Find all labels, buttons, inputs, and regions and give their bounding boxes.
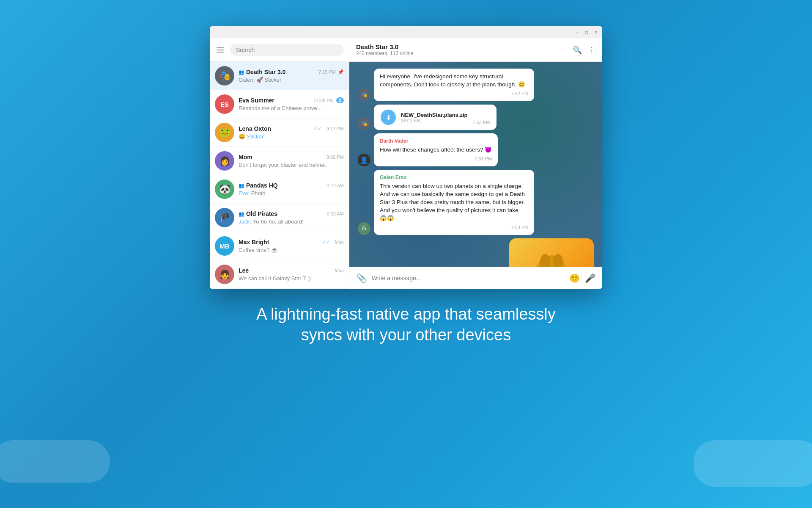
message-bubble-4: Galen Erso This version can blow up two … [374, 170, 534, 235]
chat-header-name: Death Star 3.0 [356, 43, 573, 50]
chat-info-eva-summer: Eva Summer 11:28 PM 2 Reminds me of a Ch… [239, 97, 344, 111]
app-content: 🎭 👥 Death Star 3.0 7:15 PM 📌 [210, 38, 602, 289]
menu-icon[interactable] [215, 46, 226, 54]
sidebar-header [210, 38, 349, 62]
chat-item-old-pirates[interactable]: 🏴 👥 Old Pirates 0:02 AM Jack: Yo-ho-ho, … [210, 204, 349, 232]
message-time-3: 7:53 PM [380, 156, 492, 162]
file-time: 7:52 PM [472, 120, 490, 125]
chat-preview-death-star: Galen: 🚀 Sticker [239, 77, 344, 83]
message-row-5 [358, 238, 594, 267]
cloud-right [694, 440, 812, 487]
chat-header-sub: 242 members, 112 online [356, 50, 573, 56]
chat-info-old-pirates: 👥 Old Pirates 0:02 AM Jack: Yo-ho-ho, al… [239, 210, 344, 225]
read-check-max: ✓✓ [322, 240, 330, 245]
avatar-lena-oxton: 🐸 [215, 123, 234, 142]
pin-icon: 📌 [337, 69, 344, 75]
chat-preview-mom: Don't forget your blaster and helmet [239, 162, 344, 168]
chat-item-mom[interactable]: 👩 Mom 8:02 PM Don't forget your blaster … [210, 147, 349, 175]
msg-avatar-4: G [358, 222, 370, 235]
input-bar: 📎 🙂 🎤 [349, 267, 602, 289]
chat-preview-eva-summer: Reminds me of a Chinese prove... [239, 105, 344, 111]
tagline: A lightning-fast native app that seamles… [256, 304, 556, 346]
message-text-3: How will these changes affect the users?… [380, 146, 492, 154]
file-name: NEW_DeathStar.plans.zip [401, 112, 467, 118]
file-download-icon: ⬇ [381, 110, 396, 125]
message-bubble-1: Hi everyone. I've redesigned some key st… [374, 69, 534, 101]
cloud-left [0, 440, 110, 483]
chat-name-lena-oxton: Lena Oxton [239, 125, 271, 132]
close-button[interactable]: × [593, 29, 599, 35]
message-bubble-3: Darth Vader How will these changes affec… [374, 133, 498, 166]
chat-info-death-star: 👥 Death Star 3.0 7:15 PM 📌 Galen: 🚀 Stic… [239, 69, 344, 83]
search-box[interactable] [230, 44, 344, 56]
avatar-mom: 👩 [215, 151, 234, 171]
chat-item-max-bright[interactable]: MB Max Bright ✓✓ Mon Coffee time? ☕ [210, 232, 349, 260]
chat-info-max-bright: Max Bright ✓✓ Mon Coffee time? ☕ [239, 239, 344, 253]
chat-panel: Death Star 3.0 242 members, 112 online 🔍… [349, 38, 602, 289]
message-input[interactable] [372, 275, 564, 282]
group-icon-pandas: 👥 [239, 183, 244, 188]
chat-preview-lena-oxton: 😀 Sticker [239, 133, 344, 140]
chat-name-eva-summer: Eva Summer [239, 97, 274, 104]
msg-avatar-2: 🎭 [358, 117, 370, 130]
tagline-line2: syncs with your other devices [256, 325, 556, 345]
chat-preview-old-pirates: Jack: Yo-ho-ho, all aboard! [239, 218, 344, 225]
group-icon-pirates: 👥 [239, 211, 244, 217]
chat-header-actions: 🔍 ⋮ [573, 45, 595, 55]
file-bubble[interactable]: ⬇ NEW_DeathStar.plans.zip 387.1 KB 7:52 … [374, 105, 497, 130]
file-size: 387.1 KB [401, 118, 467, 123]
minimize-button[interactable]: – [574, 29, 580, 35]
group-icon: 👥 [239, 69, 244, 75]
unread-badge-eva: 2 [336, 97, 344, 103]
search-chat-icon[interactable]: 🔍 [573, 45, 582, 55]
avatar-lee: 👧 [215, 265, 234, 284]
avatar-pandas-hq: 🐼 [215, 179, 234, 199]
app-window: – □ × 🎭 [210, 26, 602, 289]
chat-info-mom: Mom 8:02 PM Don't forget your blaster an… [239, 154, 344, 168]
maximize-button[interactable]: □ [584, 29, 590, 35]
search-input[interactable] [236, 47, 338, 53]
chat-header-info: Death Star 3.0 242 members, 112 online [356, 43, 573, 56]
sticker-bubble [509, 238, 594, 267]
chat-name-mom: Mom [239, 154, 252, 160]
sidebar: 🎭 👥 Death Star 3.0 7:15 PM 📌 [210, 38, 349, 289]
sticker-image [509, 238, 594, 267]
chat-header: Death Star 3.0 242 members, 112 online 🔍… [349, 38, 602, 62]
chat-item-pandas-hq[interactable]: 🐼 👥 Pandas HQ 1:14 AM Eva: Photo [210, 175, 349, 204]
msg-avatar-1: 🎭 [358, 88, 370, 101]
message-row-3: 👤 Darth Vader How will these changes aff… [358, 133, 594, 166]
emoji-icon[interactable]: 🙂 [569, 273, 580, 283]
message-time-4: 7:53 PM [380, 224, 528, 231]
chat-name-pandas-hq: 👥 Pandas HQ [239, 182, 278, 189]
avatar-death-star: 🎭 [215, 66, 234, 86]
voice-icon[interactable]: 🎤 [585, 273, 595, 283]
chat-preview-max-bright: Coffee time? ☕ [239, 247, 344, 253]
message-row-2: 🎭 ⬇ NEW_DeathStar.plans.zip 387.1 KB 7:5… [358, 105, 594, 130]
title-bar: – □ × [210, 26, 602, 38]
message-row-1: 🎭 Hi everyone. I've redesigned some key … [358, 69, 594, 101]
sender-name-4: Galen Erso [380, 174, 528, 181]
chat-item-eva-summer[interactable]: ES Eva Summer 11:28 PM 2 Reminds me of a… [210, 90, 349, 119]
chat-name-old-pirates: 👥 Old Pirates [239, 210, 277, 217]
attach-icon[interactable]: 📎 [356, 273, 367, 283]
message-row-4: G Galen Erso This version can blow up tw… [358, 170, 594, 235]
chat-list: 🎭 👥 Death Star 3.0 7:15 PM 📌 [210, 62, 349, 289]
avatar-old-pirates: 🏴 [215, 208, 234, 227]
message-text-1: Hi everyone. I've redesigned some key st… [380, 73, 528, 89]
chat-item-lena-oxton[interactable]: 🐸 Lena Oxton ✓✓ 9:17 PM 😀 Sticker [210, 119, 349, 147]
msg-avatar-3: 👤 [358, 154, 370, 166]
chat-item-lee[interactable]: 👧 Lee Mon We can call it Galaxy Star 7 ;… [210, 260, 349, 289]
chat-preview-lee: We can call it Galaxy Star 7 ;) [239, 275, 344, 282]
chat-name-lee: Lee [239, 267, 249, 274]
tagline-line1: A lightning-fast native app that seamles… [256, 304, 556, 325]
sender-name-3: Darth Vader [380, 138, 492, 145]
avatar-max-bright: MB [215, 236, 234, 256]
chat-info-pandas-hq: 👥 Pandas HQ 1:14 AM Eva: Photo [239, 182, 344, 196]
messages-area: 🎭 Hi everyone. I've redesigned some key … [349, 62, 602, 267]
read-check-lena: ✓✓ [314, 126, 321, 132]
chat-name-death-star: 👥 Death Star 3.0 [239, 69, 285, 75]
more-options-icon[interactable]: ⋮ [588, 45, 595, 55]
chat-item-death-star[interactable]: 🎭 👥 Death Star 3.0 7:15 PM 📌 [210, 62, 349, 90]
chat-info-lena-oxton: Lena Oxton ✓✓ 9:17 PM 😀 Sticker [239, 125, 344, 140]
message-time-1: 7:52 PM [380, 91, 528, 97]
